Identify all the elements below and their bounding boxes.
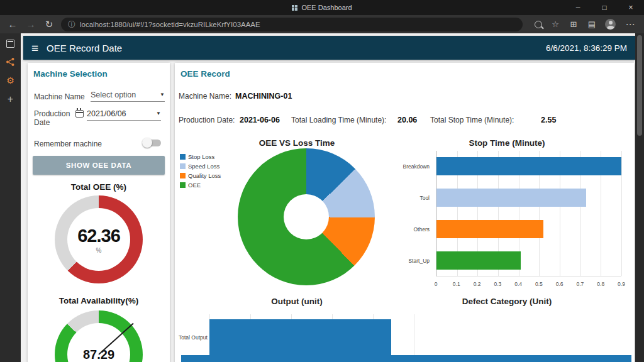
zoom-icon[interactable] [535,21,542,28]
x-tick-label: 0.6 [556,281,564,287]
dashboard-page: ≡ OEE Record Date 6/6/2021, 8:36:29 PM M… [21,33,635,362]
production-date-field-value: 2021-06-06 [240,116,280,124]
pie-legend: Stop LossSpeed LossQuality LossOEE [180,153,221,191]
record-info-row: Production Date: 2021-06-06 Total Loadin… [179,116,634,126]
x-tick-label: 0.1 [453,281,460,287]
x-tick-label: 0 [435,281,438,287]
stoptime-labels: BreakdownToolOthersStart_Up [382,151,433,277]
app-header: ≡ OEE Record Date 6/6/2021, 8:36:29 PM [23,36,635,60]
scrollbar-thumb[interactable] [637,35,642,136]
refresh-button[interactable]: ↻ [43,19,55,29]
calendar-icon[interactable] [75,110,84,118]
address-bar[interactable]: ⓘ localhost:1880/ui/#!/1?socketid=vkzuRI… [61,18,523,31]
oee-gauge-center: 62.36 % [67,208,130,271]
machine-selection-title: Machine Selection [33,69,108,79]
bar-others [436,220,543,238]
oee-gauge-unit: % [96,247,102,254]
settings-gear-icon[interactable]: ⚙ [6,76,14,85]
legend-swatch [180,173,186,178]
output-category-label: Total Output [179,334,208,341]
category-label: Breakdown [402,163,430,170]
legend-item: Speed Loss [180,163,221,170]
menu-icon[interactable]: ≡ [31,42,38,54]
share-node-icon[interactable] [6,57,15,67]
legend-label: OEE [188,182,201,189]
record-machine-label: Machine Name: [179,92,231,101]
toolbar-actions: ☆ ⊞ ▤ ⋯ [535,19,636,30]
new-tab-icon[interactable]: + [8,94,13,104]
chevron-down-icon: ▼ [156,111,161,116]
window-titlebar: OEE Dashboard – □ × [0,0,644,15]
defect-chart-title: Defect Category (Unit) [382,297,631,306]
page-scrollbar[interactable] [635,33,644,362]
defect-category-chart: Defect Category (Unit) [382,292,631,362]
machine-name-select[interactable]: Select option ▼ [91,88,165,102]
profile-avatar[interactable] [605,19,616,30]
back-button[interactable]: ← [6,19,19,29]
category-label: Tool [419,195,430,201]
close-button[interactable]: × [618,0,644,15]
donut-chart-title: OEE VS Loss Time [177,138,416,148]
oee-loss-chart: OEE VS Loss Time Stop LossSpeed LossQual… [177,133,416,293]
output-chart: Output (unit) Total Output [177,292,416,362]
production-date-value: 2021/06/06 [87,109,126,118]
page-info-icon[interactable]: ⓘ [68,21,75,28]
browser-sidebar: ⚙ + [0,33,21,362]
machine-selection-panel: Machine Selection Machine Name Select op… [28,63,170,362]
bar-breakdown [436,157,621,175]
browser-tab[interactable]: OEE Dashboard [0,0,644,15]
gridline [621,151,622,276]
stop-time-chart-title: Stop Time (Minute) [382,138,631,148]
category-label: Start_Up [408,258,430,264]
x-tick-label: 0.9 [618,281,625,287]
defect-partial-bar [181,355,631,362]
vertical-tabs-icon[interactable] [6,40,14,48]
loading-time-value: 20.06 [397,116,417,124]
legend-item: OEE [180,182,221,189]
screen: OEE Dashboard – □ × ← → ↻ ⓘ localhost:18… [0,0,644,362]
production-date-label: Production Date [34,109,73,127]
favorites-icon[interactable]: ☆ [550,20,560,28]
stop-time-label: Total Stop Time (Minute): [430,116,514,124]
oee-record-title: OEE Record [180,69,230,79]
toggle-knob [142,138,152,148]
machine-name-row: Machine Name:MACHINING-01 [179,92,292,101]
show-oee-data-button[interactable]: SHOW OEE DATA [33,156,165,175]
category-label: Others [413,226,430,233]
x-tick-label: 0.8 [597,281,604,287]
window-controls: – □ × [565,0,644,15]
donut-hole [284,194,329,239]
extensions-icon[interactable]: ⊞ [569,20,579,28]
legend-item: Quality Loss [180,172,221,179]
legend-swatch [180,154,186,160]
x-tick-label: 0.3 [494,281,501,287]
bar-tool [436,189,586,207]
legend-label: Quality Loss [188,172,221,179]
availability-gauge-title: Total Availability(%) [28,296,170,305]
stop-time-chart: Stop Time (Minute) BreakdownToolOthersSt… [382,133,631,293]
machine-name-value: Select option [91,90,136,99]
remember-machine-toggle[interactable] [143,140,161,146]
tab-favicon-icon [292,5,297,11]
oee-record-panel: OEE Record Machine Name:MACHINING-01 Pro… [175,63,634,362]
legend-swatch [180,182,186,188]
maximize-button[interactable]: □ [591,0,618,15]
availability-gauge-center: 87.29 [67,323,130,362]
chevron-down-icon: ▼ [160,92,165,97]
legend-swatch [180,163,186,169]
minimize-button[interactable]: – [565,0,591,15]
stoptime-ticks: 00.10.20.30.40.50.60.70.80.9 [436,279,621,288]
tab-title: OEE Dashboard [301,4,352,11]
more-menu-icon[interactable]: ⋯ [624,19,636,29]
page-title: OEE Record Date [47,43,122,53]
x-tick-label: 0.2 [474,281,481,287]
production-date-select[interactable]: 2021/06/06 ▼ [87,107,161,121]
collections-icon[interactable]: ▤ [587,20,597,28]
machine-name-label: Machine Name [34,92,85,101]
forward-button[interactable]: → [25,19,37,29]
remember-machine-label: Remember machine [34,140,102,148]
url-text: localhost:1880/ui/#!/1?socketid=vkzuRILk… [80,21,260,28]
stop-time-value: 2.55 [541,116,556,124]
x-tick-label: 0.7 [577,281,584,287]
loading-time-label: Total Loading Time (Minute): [291,116,386,124]
